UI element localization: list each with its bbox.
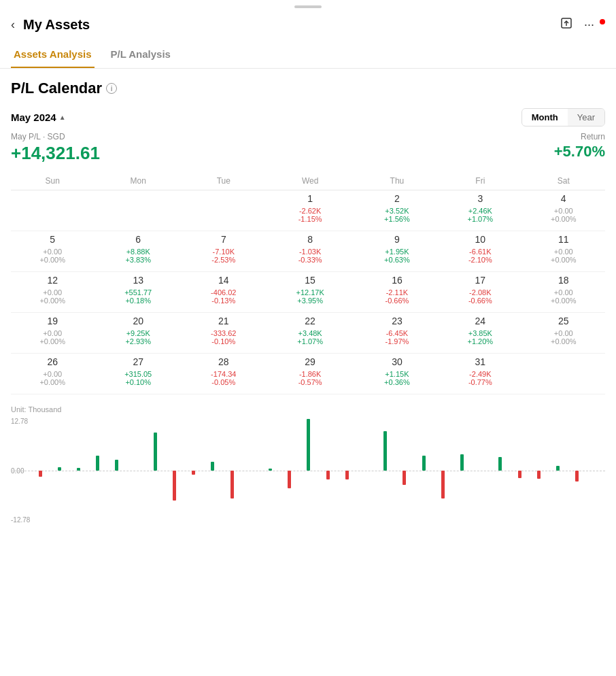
info-icon[interactable]: i xyxy=(106,83,117,94)
day-value: +0.00 xyxy=(12,329,92,337)
bar-group xyxy=(338,416,356,525)
calendar-cell[interactable]: 8 -1.03K -0.33% xyxy=(265,231,356,272)
calendar-cell[interactable]: 6 +8.88K +3.83% xyxy=(94,231,182,272)
calendar-cell[interactable]: 26 +0.00 +0.00% xyxy=(11,354,94,394)
day-value: +1.95K xyxy=(357,248,437,256)
calendar-cell[interactable]: 7 -7.10K -2.53% xyxy=(182,231,264,272)
day-number: 3 xyxy=(440,193,520,204)
calendar-cell[interactable]: 28 -174.34 -0.05% xyxy=(182,354,264,394)
calendar-cell[interactable]: 16 -2.11K -0.66% xyxy=(356,272,439,313)
calendar-cell[interactable]: 30 +1.15K +0.36% xyxy=(356,354,439,394)
day-value: -6.61K xyxy=(440,248,520,256)
tab-pl-analysis[interactable]: P/L Analysis xyxy=(108,41,173,68)
calendar-cell[interactable]: 18 +0.00 +0.00% xyxy=(522,272,605,313)
day-value: -2.11K xyxy=(357,288,437,297)
calendar-cell[interactable]: 24 +3.85K +1.20% xyxy=(439,313,521,354)
positive-bar xyxy=(498,457,502,471)
table-row: 1 -2.62K -1.15% 2 +3.52K +1.56% 3 +2.46K… xyxy=(11,190,605,231)
calendar-cell[interactable]: 12 +0.00 +0.00% xyxy=(11,272,94,313)
calendar-cell[interactable]: 17 -2.08K -0.66% xyxy=(439,272,521,313)
negative-bar xyxy=(173,471,176,501)
day-value: +12.17K xyxy=(267,288,354,297)
day-percent: +0.00% xyxy=(12,337,92,345)
pl-label: May P/L · SGD xyxy=(11,132,100,141)
bar-group xyxy=(377,416,394,525)
positive-bar xyxy=(383,431,387,471)
table-row: 26 +0.00 +0.00% 27 +315.05 +0.10% 28 -17… xyxy=(11,354,605,394)
day-percent: +0.00% xyxy=(12,256,92,264)
day-percent: +0.10% xyxy=(95,378,181,386)
day-number: 11 xyxy=(524,234,604,245)
section-title: P/L Calendar i xyxy=(11,80,605,97)
tab-assets-analysis[interactable]: Assets Analysis xyxy=(11,41,95,68)
day-number: 23 xyxy=(357,316,437,326)
day-number: 18 xyxy=(524,275,604,286)
calendar-cell[interactable]: 4 +0.00 +0.00% xyxy=(522,190,605,231)
bar-group xyxy=(415,416,432,525)
bar-group xyxy=(69,416,87,525)
month-label: May 2024 xyxy=(11,112,56,123)
day-value: -2.08K xyxy=(440,288,520,297)
more-icon[interactable]: ··· xyxy=(584,18,594,32)
negative-bar xyxy=(230,471,234,498)
calendar-cell[interactable]: 15 +12.17K +3.95% xyxy=(265,272,356,313)
year-toggle-btn[interactable]: Year xyxy=(568,109,604,126)
weekday-header: Fri xyxy=(439,172,521,190)
back-button[interactable]: ‹ xyxy=(11,18,15,32)
calendar-cell[interactable]: 19 +0.00 +0.00% xyxy=(11,313,94,354)
day-number: 10 xyxy=(440,234,520,245)
negative-bar xyxy=(441,471,445,498)
calendar-cell[interactable]: 27 +315.05 +0.10% xyxy=(94,354,182,394)
header-actions: ··· xyxy=(560,16,605,33)
main-content: P/L Calendar i May 2024 ▲ Month Year May… xyxy=(0,69,616,536)
calendar-cell[interactable]: 25 +0.00 +0.00% xyxy=(522,313,605,354)
bar-group xyxy=(31,416,49,525)
calendar-cell[interactable]: 21 -333.62 -0.10% xyxy=(182,313,264,354)
calendar-cell[interactable]: 13 +551.77 +0.18% xyxy=(94,272,182,313)
calendar-cell[interactable]: 22 +3.48K +1.07% xyxy=(265,313,356,354)
day-number: 4 xyxy=(524,193,604,204)
calendar-cell[interactable]: 31 -2.49K -0.77% xyxy=(439,354,521,394)
calendar-cell[interactable]: 20 +9.25K +2.93% xyxy=(94,313,182,354)
weekday-header: Mon xyxy=(94,172,182,190)
day-value: +3.85K xyxy=(440,329,520,337)
bar-group xyxy=(300,416,318,525)
day-value: -174.34 xyxy=(184,370,263,378)
positive-bar xyxy=(556,466,560,471)
day-percent: -0.05% xyxy=(184,378,263,386)
calendar-cell[interactable]: 9 +1.95K +0.63% xyxy=(356,231,439,272)
day-percent: +0.00% xyxy=(12,378,92,386)
calendar-cell[interactable]: 5 +0.00 +0.00% xyxy=(11,231,94,272)
calendar-cell[interactable]: 14 -406.02 -0.13% xyxy=(182,272,264,313)
day-value: +3.52K xyxy=(357,207,437,215)
negative-bar xyxy=(403,471,406,485)
table-row: 5 +0.00 +0.00% 6 +8.88K +3.83% 7 -7.10K … xyxy=(11,231,605,272)
day-number: 27 xyxy=(95,356,181,367)
calendar-cell[interactable]: 3 +2.46K +1.07% xyxy=(439,190,521,231)
calendar-cell[interactable]: 29 -1.86K -0.57% xyxy=(265,354,356,394)
day-value: +0.00 xyxy=(524,207,604,215)
day-value: +9.25K xyxy=(95,329,181,337)
calendar-cell[interactable]: 10 -6.61K -2.10% xyxy=(439,231,521,272)
export-icon[interactable] xyxy=(560,16,573,33)
month-toggle-btn[interactable]: Month xyxy=(522,109,568,126)
bar-group xyxy=(89,416,107,525)
month-selector[interactable]: May 2024 ▲ xyxy=(11,112,66,123)
bar-group xyxy=(396,416,413,525)
day-number: 20 xyxy=(95,316,181,326)
bar-group xyxy=(242,416,260,525)
day-percent: +0.00% xyxy=(12,297,92,305)
day-percent: -0.10% xyxy=(184,337,263,345)
day-percent: +0.00% xyxy=(524,337,604,345)
calendar-cell[interactable]: 11 +0.00 +0.00% xyxy=(522,231,605,272)
negative-bar xyxy=(39,471,42,477)
calendar-cell[interactable]: 1 -2.62K -1.15% xyxy=(265,190,356,231)
pl-value: +14,321.61 xyxy=(11,143,100,164)
calendar-cell[interactable]: 23 -6.45K -1.97% xyxy=(356,313,439,354)
calendar-cell[interactable]: 2 +3.52K +1.56% xyxy=(356,190,439,231)
day-number: 14 xyxy=(184,275,263,286)
negative-bar xyxy=(537,471,541,479)
chart-section: Unit: Thousand 12.78 0.00 -12.78 xyxy=(11,405,605,525)
bar-group xyxy=(127,416,145,525)
negative-bar xyxy=(192,471,195,475)
